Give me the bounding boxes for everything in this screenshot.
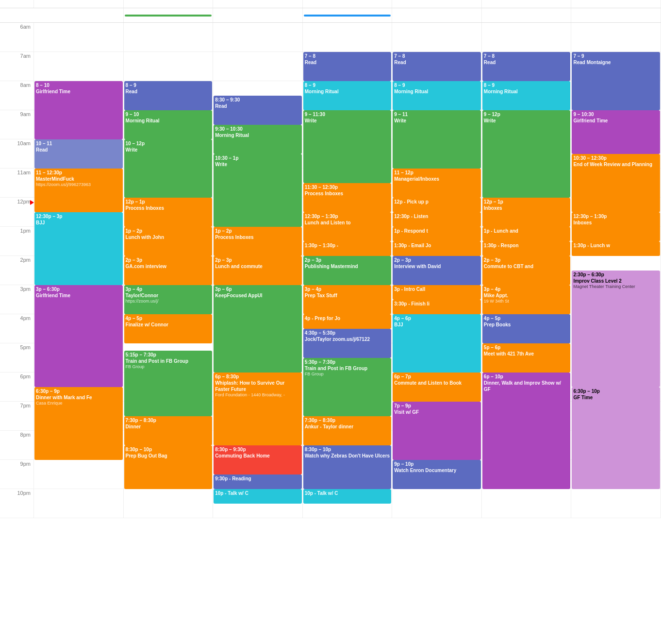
event-wed-4[interactable]: 12:30p – 1:30pLunch and Listen to	[303, 212, 392, 241]
event-mon-4[interactable]: 1p – 2pLunch with John	[124, 227, 213, 256]
event-fri-1[interactable]: 8 – 9Morning Ritual	[482, 81, 571, 110]
event-wed-0[interactable]: 7 – 8Read	[303, 52, 392, 81]
event-mon-1[interactable]: 9 – 10Morning Ritual	[124, 110, 213, 139]
event-thu-9[interactable]: 3p - Intro Call	[393, 285, 481, 300]
event-tue-7[interactable]: 8:30p – 9:30pCommuting Back Home	[214, 445, 302, 475]
event-tue-3[interactable]: 1p – 2pProcess Inboxes	[214, 227, 302, 256]
hour-line-fri-16	[482, 489, 571, 518]
event-sun-1[interactable]: 10 – 11Read	[34, 139, 123, 169]
event-sat-5[interactable]: 2:30p – 6:30pImprov Class Level 2Magnet …	[572, 271, 660, 387]
event-wed-9[interactable]: 4:30p – 5:30pJock/Taylor zoom.us/j/67122	[303, 329, 392, 358]
day-header-sat	[571, 0, 661, 8]
event-thu-6[interactable]: 1p - Respond t	[393, 227, 481, 241]
event-wed-3[interactable]: 11:30 – 12:30pProcess Inboxes	[303, 183, 392, 212]
hour-line-sun-0	[34, 23, 123, 52]
event-thu-2[interactable]: 9 – 11Write	[393, 110, 481, 169]
event-sat-0[interactable]: 7 – 9Read Montaigne	[572, 52, 660, 110]
event-tue-2[interactable]: 10:30 – 1pWrite	[214, 154, 302, 227]
event-wed-7[interactable]: 3p – 4pPrep Tax Stuff	[303, 285, 392, 314]
event-tue-6[interactable]: 6p – 8:30pWhiplash: How to Survive Our F…	[214, 373, 302, 445]
time-label-2pm: 2pm	[0, 256, 33, 285]
event-fri-10[interactable]: 6p – 10pDinner, Walk and Improv Show w/ …	[482, 373, 571, 489]
time-label-9am: 9am	[0, 110, 33, 139]
hour-line-wed-0	[303, 23, 392, 52]
event-sat-2[interactable]: 10:30 – 12:30pEnd of Week Review and Pla…	[572, 154, 660, 212]
event-fri-2[interactable]: 9 – 12pWrite	[482, 110, 571, 198]
event-mon-3[interactable]: 12p – 1pProcess Inboxes	[124, 198, 213, 227]
event-mon-7[interactable]: 4p – 5pFinalize w/ Connor	[124, 314, 213, 343]
time-column: 6am7am8am9am10am11am12pm1pm2pm3pm4pm5pm6…	[0, 23, 34, 518]
current-time-arrow	[30, 200, 34, 205]
event-thu-11[interactable]: 4p – 6pBJJ	[393, 314, 481, 373]
event-fri-6[interactable]: 2p – 3pCommute to CBT and	[482, 256, 571, 285]
event-thu-7[interactable]: 1:30p - Email Jo	[393, 241, 481, 256]
time-label-7am: 7am	[0, 52, 33, 81]
hour-line-mon-1	[124, 52, 213, 81]
hour-line-fri-0	[482, 23, 571, 52]
event-mon-5[interactable]: 2p – 3pGA.com interview	[124, 256, 213, 285]
event-sun-5[interactable]: 6:30p – 9pDinner with Mark and FeCasa En…	[34, 387, 123, 460]
time-label-8pm: 8pm	[0, 431, 33, 460]
event-mon-10[interactable]: 8:30p – 10pPrep Bug Out Bag	[124, 445, 213, 489]
event-thu-3[interactable]: 11 – 12pManagerial/Inboxes	[393, 169, 481, 198]
event-wed-12[interactable]: 8:30p – 10pWatch why Zebras Don't Have U…	[303, 445, 392, 489]
event-sat-3[interactable]: 12:30p – 1:30pInboxes	[572, 212, 660, 241]
event-thu-1[interactable]: 8 – 9Morning Ritual	[393, 81, 481, 110]
event-wed-8[interactable]: 4p - Prep for Jo	[303, 314, 392, 329]
all-day-label	[0, 8, 34, 22]
time-label-8am: 8am	[0, 81, 33, 110]
event-tue-4[interactable]: 2p – 3pLunch and commute	[214, 256, 302, 285]
event-thu-10[interactable]: 3:30p - Finish li	[393, 300, 481, 314]
event-mon-9[interactable]: 7:30p – 8:30pDinner	[124, 416, 213, 445]
all-day-fri	[482, 8, 572, 22]
event-sun-0[interactable]: 8 – 10Girlfriend Time	[34, 81, 123, 139]
event-mon-8[interactable]: 5:15p – 7:30pTrain and Post in FB GroupF…	[124, 351, 213, 416]
hour-line-sun-15	[34, 460, 123, 489]
event-mon-6[interactable]: 3p – 4pTaylor/Connorhttps://zoom.us/j/	[124, 285, 213, 314]
event-sun-3[interactable]: 12:30p – 3pBJJ	[34, 212, 123, 285]
event-mon-0[interactable]: 8 – 9Read	[124, 81, 213, 110]
event-wed-10[interactable]: 5:30p – 7:30pTrain and Post in FB GroupF…	[303, 358, 392, 416]
hour-line-thu-0	[392, 23, 481, 52]
all-day-event-doug-barber[interactable]	[304, 15, 391, 17]
event-fri-4[interactable]: 1p - Lunch and	[482, 227, 571, 241]
event-thu-12[interactable]: 6p – 7pCommute and Listen to Book	[393, 373, 481, 402]
event-wed-6[interactable]: 2p – 3pPublishing Mastermind	[303, 256, 392, 285]
event-thu-13[interactable]: 7p – 9pVisit w/ GF	[393, 402, 481, 460]
event-sun-2[interactable]: 11 – 12:30pMasterMindFuckhttps://zoom.us…	[34, 169, 123, 212]
event-tue-9[interactable]: 10p - Talk w/ C	[214, 489, 302, 504]
event-tue-5[interactable]: 3p – 6pKeepFocused AppUI	[214, 285, 302, 373]
event-fri-7[interactable]: 3p – 4pMike Appt.19 W 34th St	[482, 285, 571, 314]
time-label-6am: 6am	[0, 23, 33, 52]
event-tue-1[interactable]: 9:30 – 10:30Morning Ritual	[214, 125, 302, 154]
day-header-wed	[303, 0, 393, 8]
event-fri-0[interactable]: 7 – 8Read	[482, 52, 571, 81]
event-wed-13[interactable]: 10p - Talk w/ C	[303, 489, 392, 504]
event-wed-1[interactable]: 8 – 9Morning Ritual	[303, 81, 392, 110]
event-wed-11[interactable]: 7:30p – 8:30pAnkur - Taylor dinner	[303, 416, 392, 445]
event-thu-8[interactable]: 2p – 3pInterview with David	[393, 256, 481, 285]
time-label-6pm: 6pm	[0, 373, 33, 402]
event-wed-2[interactable]: 9 – 11:30Write	[303, 110, 392, 183]
event-tue-8[interactable]: 9:30p - Reading	[214, 475, 302, 489]
event-fri-8[interactable]: 4p – 5pPrep Books	[482, 314, 571, 343]
event-thu-0[interactable]: 7 – 8Read	[393, 52, 481, 81]
event-sat-6[interactable]: 6:30p – 10pGF Time	[572, 387, 660, 489]
hour-line-sun-16	[34, 489, 123, 518]
event-sat-1[interactable]: 9 – 10:30Girlfriend Time	[572, 110, 660, 154]
event-wed-5[interactable]: 1:30p – 1:30p -	[303, 241, 392, 256]
event-fri-9[interactable]: 5p – 6pMeet with 421 7th Ave	[482, 343, 571, 373]
time-label-7pm: 7pm	[0, 402, 33, 431]
event-sun-4[interactable]: 3p – 6:30pGirlfriend Time	[34, 285, 123, 387]
all-day-event-presidents-day[interactable]	[125, 15, 212, 17]
event-fri-3[interactable]: 12p – 1pInboxes	[482, 198, 571, 227]
event-mon-2[interactable]: 10 – 12pWrite	[124, 139, 213, 198]
event-tue-0[interactable]: 8:30 – 9:30Read	[214, 96, 302, 125]
event-thu-14[interactable]: 9p – 10pWatch Enron Documentary	[393, 460, 481, 489]
event-fri-5[interactable]: 1:30p - Respon	[482, 241, 571, 256]
event-thu-4[interactable]: 12p - Pick up p	[393, 198, 481, 212]
day-col-tue: 8:30 – 9:30Read9:30 – 10:30Morning Ritua…	[213, 23, 303, 518]
all-day-wed	[303, 8, 393, 22]
event-thu-5[interactable]: 12:30p - Listen	[393, 212, 481, 227]
event-sat-4[interactable]: 1:30p - Lunch w	[572, 241, 660, 256]
